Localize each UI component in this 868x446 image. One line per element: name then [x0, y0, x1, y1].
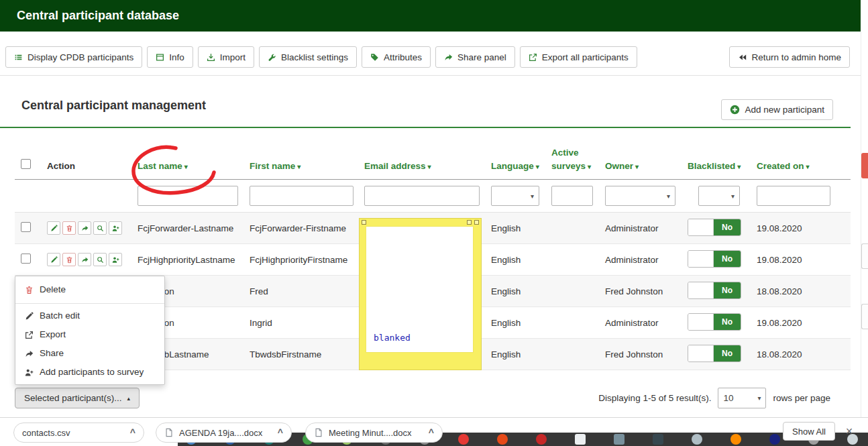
- blacklist-settings-button[interactable]: Blacklist settings: [259, 46, 357, 68]
- sticky-resize-icon[interactable]: [474, 220, 479, 225]
- dock-app-icon[interactable]: [614, 434, 625, 445]
- caret-up-icon[interactable]: ^: [429, 427, 434, 438]
- view-participant-button[interactable]: [93, 253, 107, 266]
- dock-app-icon[interactable]: [458, 434, 469, 445]
- export-icon: [25, 331, 34, 339]
- blacklisted-toggle[interactable]: No: [688, 219, 741, 236]
- blacklisted-cell: No: [688, 313, 757, 332]
- blacklisted-toggle[interactable]: No: [688, 282, 741, 299]
- return-to-admin-home-button[interactable]: Return to admin home: [729, 46, 850, 68]
- rows-per-page-select[interactable]: 10 ▾: [718, 388, 766, 408]
- add-to-survey-button[interactable]: [109, 221, 122, 235]
- app-header: Central participant database: [0, 0, 861, 32]
- last-name-cell: FcjForwarder-Lastname: [138, 223, 250, 233]
- dock-app-icon[interactable]: [575, 434, 586, 445]
- column-header-last-name[interactable]: Last name▾: [138, 160, 250, 180]
- filter-row: ▾ ▾ ▾: [15, 180, 851, 213]
- toggle-off-segment: [688, 282, 714, 298]
- menu-item-batch-edit[interactable]: Batch edit: [15, 306, 164, 325]
- dock-app-icon[interactable]: [692, 434, 702, 445]
- search-icon: [97, 256, 104, 264]
- column-header-active-surveys[interactable]: Active surveys▾: [551, 146, 605, 180]
- language-filter-select[interactable]: ▾: [491, 186, 539, 206]
- sticky-note-paper: blanked: [366, 226, 474, 353]
- first-name-cell: Fred: [250, 286, 364, 296]
- export-icon: [529, 53, 537, 62]
- blacklisted-toggle[interactable]: No: [688, 313, 741, 331]
- export-all-participants-button[interactable]: Export all participants: [520, 46, 637, 68]
- plus-circle-icon: [730, 105, 740, 115]
- created-on-cell: 18.08.2020: [757, 286, 851, 296]
- last-name-filter-input[interactable]: [138, 186, 238, 206]
- attributes-button[interactable]: Attributes: [362, 46, 431, 68]
- sticky-rollup-icon[interactable]: [467, 220, 472, 225]
- dock-app-icon[interactable]: [536, 434, 547, 445]
- caret-up-icon[interactable]: ^: [130, 427, 135, 438]
- sticky-note-overlay[interactable]: blanked: [359, 218, 482, 370]
- delete-participant-button[interactable]: [62, 253, 76, 266]
- edit-participant-button[interactable]: [47, 253, 60, 266]
- share-participant-button[interactable]: [78, 253, 91, 266]
- add-new-participant-button[interactable]: Add new participant: [721, 99, 833, 120]
- email-filter-input[interactable]: [364, 186, 480, 206]
- download-item-agenda[interactable]: AGENDA 19ja....docx ^: [156, 423, 292, 443]
- dock-app-icon[interactable]: [497, 434, 508, 445]
- first-name-cell: FcjHighpriorityFirstname: [250, 255, 364, 265]
- sort-caret-icon: ▾: [428, 163, 431, 170]
- add-to-survey-button[interactable]: [109, 253, 122, 266]
- chevron-down-icon: ▾: [531, 192, 534, 200]
- column-header-created-on[interactable]: Created on▾: [757, 160, 851, 180]
- menu-divider: [15, 303, 164, 304]
- dock-app-icon[interactable]: [730, 434, 741, 445]
- menu-item-export[interactable]: Export: [15, 325, 164, 344]
- owner-cell: Administrator: [605, 223, 688, 233]
- language-cell: English: [491, 318, 551, 328]
- import-button[interactable]: Import: [198, 46, 254, 68]
- info-button[interactable]: Info: [147, 46, 193, 68]
- delete-participant-button[interactable]: [62, 221, 76, 235]
- view-participant-button[interactable]: [93, 221, 107, 235]
- blacklisted-toggle[interactable]: No: [688, 250, 741, 268]
- select-all-cell: [15, 159, 47, 180]
- owner-filter-select[interactable]: ▾: [605, 186, 675, 206]
- first-name-filter-input[interactable]: [250, 186, 354, 206]
- column-header-first-name[interactable]: First name▾: [250, 160, 364, 180]
- share-panel-button[interactable]: Share panel: [435, 46, 515, 68]
- blacklisted-toggle[interactable]: No: [688, 345, 741, 362]
- edit-participant-button[interactable]: [47, 221, 60, 235]
- sticky-note-text: blanked: [374, 333, 411, 343]
- section-title: Central participant management: [21, 99, 206, 113]
- language-cell: English: [491, 286, 551, 296]
- show-all-downloads-button[interactable]: Show All: [783, 422, 835, 441]
- rewind-icon: [738, 53, 747, 62]
- row-checkbox[interactable]: [21, 222, 31, 232]
- menu-item-share[interactable]: Share: [15, 344, 164, 363]
- chevron-down-icon: ▾: [731, 192, 735, 200]
- download-item-contacts[interactable]: contacts.csv ^: [13, 423, 144, 443]
- close-icon[interactable]: ×: [840, 422, 859, 441]
- display-cpdb-participants-button[interactable]: Display CPDB participants: [5, 46, 142, 68]
- created-on-cell: 18.08.2020: [757, 349, 851, 359]
- created-on-filter-input[interactable]: [757, 186, 830, 206]
- selected-participants-button[interactable]: Selected participant(s)... ▴: [15, 388, 140, 408]
- chevron-down-icon: ▾: [757, 394, 761, 402]
- menu-item-add-participants-to-survey[interactable]: Add participants to survey: [15, 363, 164, 382]
- wrench-icon: [268, 53, 276, 62]
- share-participant-button[interactable]: [78, 221, 91, 235]
- caret-up-icon[interactable]: ^: [278, 427, 283, 438]
- blacklisted-filter-select[interactable]: ▾: [698, 186, 740, 206]
- select-all-checkbox[interactable]: [21, 159, 31, 169]
- column-header-email[interactable]: Email address▾: [364, 160, 491, 180]
- column-header-blacklisted[interactable]: Blacklisted▾: [688, 160, 757, 180]
- chevron-down-icon: ▾: [667, 192, 670, 200]
- column-header-owner[interactable]: Owner▾: [605, 160, 688, 180]
- sticky-menu-icon[interactable]: [362, 220, 366, 225]
- last-name-cell: FcjHighpriorityLastname: [138, 255, 250, 265]
- dock-app-icon[interactable]: [653, 434, 663, 445]
- download-item-meeting-minutes[interactable]: Meeting Minut....docx ^: [305, 423, 443, 443]
- row-checkbox[interactable]: [21, 254, 31, 264]
- dock-app-icon[interactable]: [769, 434, 780, 445]
- active-surveys-filter-input[interactable]: [551, 186, 593, 206]
- menu-item-delete[interactable]: Delete: [15, 279, 164, 300]
- column-header-language[interactable]: Language▾: [491, 160, 551, 180]
